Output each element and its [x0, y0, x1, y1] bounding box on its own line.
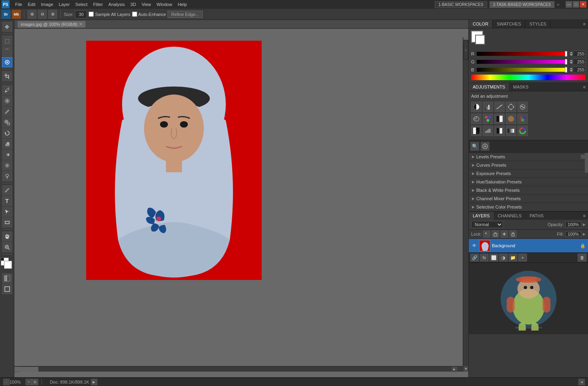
tab-adjustments[interactable]: ADJUSTMENTS	[469, 83, 509, 91]
menu-image[interactable]: Image	[39, 1, 56, 8]
zoom-tool-btn[interactable]	[2, 242, 12, 252]
menu-help[interactable]: Help	[176, 1, 189, 8]
g-slider-thumb[interactable]	[565, 59, 567, 65]
b-slider-arrows[interactable]	[570, 68, 573, 72]
lasso-tool-btn[interactable]: ⌒	[2, 46, 12, 57]
heal-tool-btn[interactable]	[2, 96, 12, 106]
menu-layer[interactable]: Layer	[56, 1, 72, 8]
color-balance-icon[interactable]	[483, 114, 493, 124]
eraser-tool-btn[interactable]	[2, 139, 12, 149]
background-swatch[interactable]	[475, 35, 485, 45]
quick-select-subtract-icon[interactable]: ⊖	[38, 10, 47, 19]
type-tool-btn[interactable]: T	[2, 196, 12, 206]
color-panel-menu-btn[interactable]: ≡	[581, 21, 588, 27]
r-slider-thumb[interactable]	[565, 51, 567, 57]
quick-select-intersect-icon[interactable]: ⊗	[48, 10, 57, 19]
vertical-scrollbar[interactable]: ▲ ▼	[463, 37, 468, 372]
g-value-input[interactable]	[573, 59, 586, 65]
preset-curves[interactable]: ▶ Curves Presets	[469, 161, 588, 169]
clone-stamp-tool-btn[interactable]	[2, 117, 12, 128]
blend-mode-select[interactable]: Normal	[471, 221, 503, 228]
lock-position-btn[interactable]	[501, 230, 508, 238]
invert-icon[interactable]	[471, 126, 481, 136]
scroll-left-status-btn[interactable]: ◄	[578, 379, 585, 385]
screen-mode-btn[interactable]	[2, 284, 12, 294]
b-slider[interactable]	[477, 68, 567, 72]
preset-channel-mixer[interactable]: ▶ Channel Mixer Presets	[469, 195, 588, 203]
preset-selective-color[interactable]: ▶ Selective Color Presets	[469, 203, 588, 211]
selective-color-icon[interactable]	[517, 126, 528, 136]
threshold-icon[interactable]	[494, 126, 505, 136]
dodge-tool-btn[interactable]	[2, 171, 12, 181]
preset-exposure[interactable]: ▶ Exposure Presets	[469, 169, 588, 178]
window-close-btn[interactable]: ✕	[580, 1, 586, 8]
channel-mixer-icon[interactable]	[517, 114, 528, 124]
link-layers-btn[interactable]: 🔗	[470, 254, 479, 262]
quick-select-add-icon[interactable]: ⊕	[28, 10, 36, 19]
layer-visibility-btn[interactable]: 👁	[471, 242, 478, 249]
lock-image-btn[interactable]	[492, 230, 499, 238]
brightness-contrast-icon[interactable]	[471, 102, 481, 112]
new-group-btn[interactable]: 📁	[509, 254, 517, 262]
curves-icon[interactable]	[494, 102, 505, 112]
quick-mask-btn[interactable]	[2, 273, 12, 284]
photo-filter-icon[interactable]	[506, 114, 516, 124]
menu-window[interactable]: Window	[154, 1, 175, 8]
menu-file[interactable]: File	[13, 1, 25, 8]
menu-filter[interactable]: Filter	[91, 1, 105, 8]
menu-edit[interactable]: Edit	[26, 1, 38, 8]
tab-masks[interactable]: MASKS	[509, 83, 533, 91]
scroll-down-arrow[interactable]: ▼	[463, 366, 468, 372]
sample-all-layers-checkbox[interactable]	[89, 12, 94, 17]
tab-styles[interactable]: STYLES	[525, 20, 551, 28]
opacity-input[interactable]	[565, 221, 581, 228]
fill-input[interactable]	[565, 231, 581, 237]
pen-tool-btn[interactable]	[2, 185, 12, 195]
hand-tool-btn[interactable]	[2, 231, 12, 242]
path-selection-tool-btn[interactable]	[2, 207, 12, 217]
eyedropper-tool-btn[interactable]	[2, 85, 12, 95]
tab-paths[interactable]: PATHS	[526, 212, 548, 220]
presets-scroll-thumb[interactable]	[585, 153, 588, 173]
b-value-input[interactable]	[573, 67, 586, 73]
color-spectrum[interactable]	[471, 75, 586, 80]
workspace-basic-btn[interactable]: 1-BASIC WORKSPACES	[435, 1, 487, 8]
fit-screen-btn[interactable]: ⊞	[32, 379, 38, 385]
scroll-right-arrow[interactable]: ►	[452, 366, 457, 372]
levels-icon[interactable]	[483, 102, 493, 112]
layers-panel-menu-btn[interactable]: ≡	[581, 213, 588, 219]
r-slider[interactable]	[477, 52, 567, 56]
panel-search-icon[interactable]: 🔍	[470, 142, 479, 151]
marquee-tool-btn[interactable]: ⬚	[2, 35, 12, 46]
g-slider-arrows[interactable]	[570, 60, 573, 64]
black-white-icon[interactable]	[494, 114, 505, 124]
menu-analysis[interactable]: Analysis	[106, 1, 127, 8]
posterize-icon[interactable]	[483, 126, 493, 136]
document-close-btn[interactable]: ✕	[79, 22, 82, 26]
mini-bridge-icon[interactable]: Mb	[12, 10, 21, 19]
hue-saturation-icon[interactable]	[471, 114, 481, 124]
r-slider-arrows[interactable]	[570, 52, 573, 56]
workspace-task-btn[interactable]: 2-TASK-BASED WORKSPACES	[489, 1, 554, 8]
tab-channels[interactable]: CHANNELS	[494, 212, 526, 220]
quick-select-tool-btn[interactable]	[2, 57, 12, 67]
menu-select[interactable]: Select	[73, 1, 90, 8]
panel-extra-icon[interactable]	[481, 142, 489, 151]
crop-tool-btn[interactable]	[2, 71, 12, 81]
brush-size-input[interactable]	[75, 10, 87, 18]
zoom-in-btn[interactable]: +	[26, 379, 32, 385]
delete-layer-btn[interactable]: 🗑	[578, 254, 586, 262]
new-layer-btn[interactable]: +	[518, 254, 527, 262]
history-brush-tool-btn[interactable]	[2, 128, 12, 138]
add-layer-style-btn[interactable]: fx	[480, 254, 489, 262]
gradient-map-icon[interactable]	[506, 126, 516, 136]
fg-bg-swatches[interactable]	[471, 31, 488, 47]
shape-tool-btn[interactable]	[2, 217, 12, 228]
opacity-arrow[interactable]: ▶	[583, 223, 586, 226]
brush-tool-btn[interactable]	[2, 106, 12, 117]
lock-transparent-btn[interactable]	[483, 230, 490, 238]
doc-info-nav-btn[interactable]: ▶	[91, 379, 97, 385]
blur-tool-btn[interactable]	[2, 160, 12, 171]
panel-collapse-btn[interactable]: ›	[464, 40, 468, 60]
bridge-icon[interactable]: Br	[2, 10, 10, 19]
